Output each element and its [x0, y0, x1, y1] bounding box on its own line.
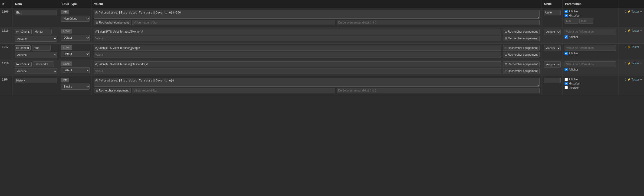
share-btn-1217[interactable]: ⤴ [625, 45, 626, 49]
cell-valeur-1217: ⊞ Rechercher équipement ⊞ Rechercher équ… [92, 44, 542, 60]
cell-actions-1354: ⤴ ⚡ Tester − [618, 76, 644, 95]
cell-unite-1218: Aucune [542, 60, 563, 76]
afficher-check-1218[interactable]: Afficher [564, 68, 578, 71]
cell-id-1218: 1218 [0, 60, 13, 76]
inverser-check-1354[interactable]: Inverser [564, 86, 579, 89]
cell-nom-1218: 🛏 Icône ▼ Aucune [13, 60, 59, 76]
row-id-1396: 1396 [2, 10, 8, 13]
afficher-checkbox-1354[interactable] [564, 78, 568, 81]
valeur-main-1396[interactable]: #[Automatisme][Etat Volet Terrasse][Ouve… [94, 10, 540, 19]
row-id-1218: 1218 [2, 61, 8, 65]
row-1218: 1218 🛏 Icône ▼ Aucune action [0, 60, 644, 76]
min-input-1396[interactable] [564, 18, 578, 24]
cell-unite-1354 [542, 76, 563, 95]
unite-select-1218[interactable]: Aucune [544, 61, 560, 67]
remove-btn-1216[interactable]: − [640, 29, 642, 33]
tester-btn-1396[interactable]: ⚡ Tester [627, 10, 639, 13]
valeur-info-input-1218[interactable] [564, 61, 616, 67]
soustype-select-1216[interactable]: Défaut Autre [61, 35, 90, 41]
search-btn-1217-row1[interactable]: ⊞ Rechercher équipement [503, 45, 540, 51]
soustype-select-1217[interactable]: Défaut Autre [61, 51, 90, 57]
afficher-checkbox-1216[interactable] [564, 35, 568, 39]
afficher-check-1217[interactable]: Afficher [564, 52, 578, 55]
share-btn-1218[interactable]: ⤴ [625, 62, 626, 65]
tester-btn-1217[interactable]: ⚡ Tester [627, 45, 639, 49]
icone-text-1218: Icône [20, 63, 26, 66]
search-btn-1396-row1[interactable]: ⊞ Rechercher équipement [94, 20, 131, 25]
search-btn-1216-row2[interactable]: ⊞ Rechercher équipement [503, 36, 540, 41]
valeur-main-1218[interactable] [94, 61, 501, 67]
afficher-checkbox-1396[interactable] [564, 10, 568, 13]
row-id-1217: 1217 [2, 45, 8, 49]
cell-id-1354: 1354 [0, 76, 13, 95]
soustype-select-1396[interactable]: Numérique Binaire Texte [61, 16, 90, 22]
historiser-checkbox-1396[interactable] [564, 14, 568, 17]
search-btn-1216-row1[interactable]: ⊞ Rechercher équipement [503, 29, 540, 34]
valeur-main-1216[interactable] [94, 29, 501, 34]
afficher-check-1396[interactable]: Afficher [564, 10, 578, 13]
historiser-checkbox-1354[interactable] [564, 82, 568, 85]
duree-retour-1354[interactable] [337, 88, 540, 93]
nom-input-1216[interactable] [33, 29, 52, 34]
unite-select-1216[interactable]: Aucune [544, 29, 560, 35]
icone-text-1217: Icône [20, 46, 26, 50]
remove-btn-1218[interactable]: − [640, 61, 642, 65]
search-icon: ⊞ [96, 21, 98, 24]
tester-btn-1216[interactable]: ⚡ Tester [627, 29, 639, 32]
historiser-check-1354[interactable]: Historiser [564, 82, 580, 85]
share-btn-1396[interactable]: ⤴ [625, 10, 626, 13]
search-btn-1218-row1[interactable]: ⊞ Rechercher équipement [503, 61, 540, 67]
inverser-checkbox-1354[interactable] [564, 86, 568, 89]
historiser-check-1396[interactable]: Historiser [564, 14, 580, 17]
afficher-checkbox-1217[interactable] [564, 52, 568, 55]
soustype-select-1354[interactable]: Numérique Binaire Texte [61, 83, 90, 90]
icone-text-1216: Icône [20, 30, 26, 33]
nom-input-1354[interactable] [15, 78, 57, 83]
nom-input-1217[interactable] [32, 45, 51, 51]
nom-input-1396[interactable] [15, 10, 57, 15]
remove-btn-1217[interactable]: − [640, 45, 642, 49]
table-header: # Nom Sous-Type Valeur Unité Paramètres [0, 0, 644, 8]
aucune-select-1217[interactable]: Aucune [15, 52, 57, 58]
valeur-info-input-1216[interactable] [564, 29, 616, 34]
valeur-secondary-1217[interactable] [94, 52, 501, 57]
soustype-select-1218[interactable]: Défaut Autre [61, 67, 90, 73]
arrow-icon-1216: ▲ [27, 30, 30, 33]
afficher-check-1216[interactable]: Afficher [564, 35, 578, 39]
row-id-1216: 1216 [2, 29, 8, 32]
unite-input-1396[interactable] [544, 10, 560, 15]
nom-input-1218[interactable] [33, 61, 54, 67]
valeur-retour-1396[interactable] [132, 20, 335, 25]
share-btn-1216[interactable]: ⤴ [625, 29, 626, 32]
cell-soustype-1216: action Défaut Autre [59, 27, 92, 43]
unite-input-1354[interactable] [544, 78, 560, 83]
aucune-select-1218[interactable]: Aucune [15, 68, 57, 74]
row-1217: 1217 🛏 Icône ■ Aucune action [0, 44, 644, 60]
remove-btn-1354[interactable]: − [640, 78, 642, 81]
search-btn-1354-row1[interactable]: ⊞ Rechercher équipement [94, 88, 130, 93]
search-btn-1218-row2[interactable]: ⊞ Rechercher équipement [503, 68, 540, 74]
valeur-info-input-1217[interactable] [564, 45, 616, 51]
afficher-check-1354[interactable]: Afficher [564, 78, 578, 81]
share-btn-1354[interactable]: ⤴ [625, 78, 626, 81]
cell-valeur-1216: ⊞ Rechercher équipement ⊞ Rechercher équ… [92, 27, 542, 43]
valeur-main-1354[interactable]: #[Automatisme][Etat Volet Terrasse][Ouve… [94, 78, 540, 86]
unite-select-1217[interactable]: Aucune [544, 45, 560, 51]
cell-nom-1216: 🛏 Icône ▲ Aucune [13, 27, 59, 43]
valeur-main-1217[interactable] [94, 45, 501, 51]
valeur-retour-1354[interactable] [132, 88, 335, 93]
afficher-checkbox-1218[interactable] [564, 68, 568, 71]
tester-btn-1218[interactable]: ⚡ Tester [627, 62, 639, 65]
duree-retour-1396[interactable] [337, 20, 540, 25]
search-btn-1217-row2[interactable]: ⊞ Rechercher équipement [503, 52, 540, 57]
max-input-1396[interactable] [580, 18, 593, 24]
cell-soustype-1217: action Défaut Autre [59, 44, 92, 60]
valeur-secondary-1218[interactable] [94, 68, 501, 74]
cell-soustype-1218: action Défaut Autre [59, 60, 92, 76]
tester-btn-1354[interactable]: ⚡ Tester [627, 78, 639, 81]
remove-btn-1396[interactable]: − [640, 10, 642, 14]
aucune-select-1216[interactable]: Aucune [15, 36, 57, 42]
valeur-secondary-1216[interactable] [94, 36, 501, 41]
soustype-badge-1218: action [61, 61, 72, 66]
bed-icon-1218: 🛏 [16, 63, 19, 66]
